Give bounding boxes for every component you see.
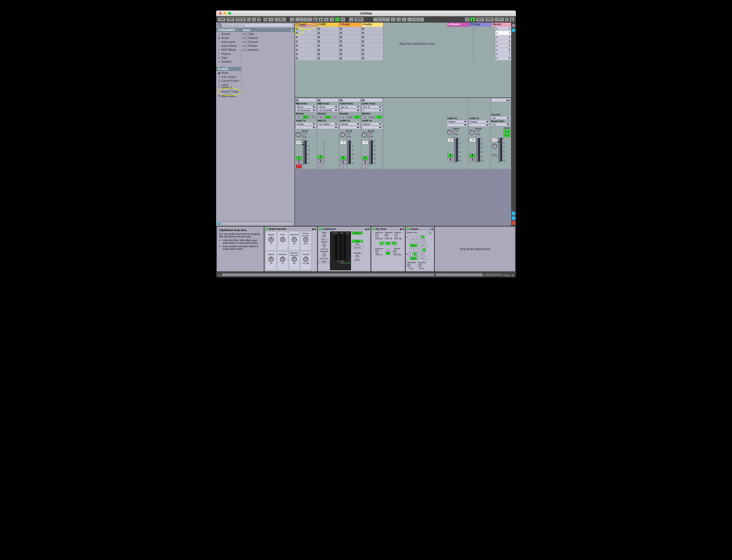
track-activator[interactable]: 1 — [296, 156, 302, 160]
volume-slider[interactable] — [476, 138, 477, 163]
category-audio-effects[interactable]: ∿Audio Effects — [216, 44, 241, 48]
return-track-header[interactable]: A Reverb — [448, 23, 470, 27]
pan-knob[interactable] — [469, 130, 474, 135]
automation-arm-icon[interactable]: ⟲ — [335, 17, 340, 22]
audio-to-sub-select[interactable] — [296, 126, 316, 129]
signature-num[interactable]: 4 — [257, 17, 261, 22]
midi-channel-select[interactable]: All Channels — [296, 109, 316, 112]
place-folder[interactable]: ▢drums 'n' loops — [216, 90, 241, 94]
audio-to-select[interactable]: Master — [469, 120, 490, 123]
monitor-in[interactable]: In — [296, 115, 302, 119]
folder-item[interactable]: ▸▢Samples — [241, 48, 294, 52]
pan-knob[interactable] — [362, 132, 367, 137]
solo-button[interactable]: S — [362, 160, 368, 164]
audio-to-select[interactable]: Master — [340, 122, 360, 126]
solo-button[interactable]: S — [340, 160, 346, 164]
session-view-icon[interactable] — [512, 24, 515, 27]
monitor-in[interactable]: In — [362, 115, 369, 119]
clip-slot[interactable] — [339, 27, 361, 31]
punch-out-icon[interactable]: ¬ — [402, 17, 406, 22]
device-power-icon[interactable] — [319, 228, 322, 230]
drop-fx-area[interactable]: Drop Audio Effects Here — [435, 227, 515, 271]
send-b-knob[interactable] — [475, 134, 479, 137]
quantize-select[interactable]: 1 Bar — [275, 17, 286, 22]
monitor-auto[interactable]: Auto — [369, 115, 376, 119]
cue-volume-knob[interactable] — [492, 144, 497, 149]
volume-display[interactable]: -Inf — [340, 140, 347, 145]
send-b-knob[interactable] — [301, 136, 305, 140]
clip-view-icon[interactable] — [512, 212, 515, 215]
volume-slider[interactable] — [303, 140, 304, 165]
gainlow-knob[interactable] — [375, 234, 379, 237]
loop-length[interactable]: 4 . 0 . 0 — [407, 17, 424, 22]
audio-to-select[interactable]: Master — [447, 120, 468, 123]
stop-icon[interactable]: ■ — [318, 17, 323, 22]
param-knob[interactable] — [292, 237, 297, 242]
midi-to-select[interactable]: No Output — [318, 122, 338, 126]
clip-slot[interactable] — [317, 52, 339, 56]
scene-launch[interactable]: ▶8 — [495, 56, 511, 60]
link-button[interactable]: Link — [218, 17, 226, 22]
overdub-icon[interactable]: + — [329, 17, 334, 22]
add-folder-button[interactable]: ⊕Add Folder... — [216, 94, 241, 98]
clip-slot[interactable] — [295, 44, 317, 48]
param-knob[interactable] — [268, 237, 274, 242]
session-record-icon[interactable]: ○ — [349, 17, 354, 22]
midi-to-sub-select[interactable] — [318, 126, 338, 129]
scene-launch[interactable]: ▶3 — [495, 35, 511, 39]
post-button[interactable]: Post — [504, 134, 510, 137]
monitor-in[interactable]: In — [340, 115, 347, 119]
send-b-knob[interactable] — [368, 136, 371, 140]
volume-display[interactable]: -6.35 — [491, 138, 498, 142]
clip-slot[interactable] — [361, 35, 383, 39]
clip-slot[interactable] — [361, 27, 383, 31]
post-button[interactable]: Post — [504, 130, 510, 133]
preview-icon[interactable]: ▶ — [217, 23, 221, 27]
param-knob[interactable] — [292, 257, 297, 262]
send-a-knob[interactable] — [453, 130, 456, 134]
clip-slot[interactable] — [317, 35, 339, 39]
audio-to-sub-select[interactable] — [362, 126, 383, 129]
nudge-up-icon[interactable]: ⦀ — [252, 17, 256, 22]
send-a-knob[interactable] — [475, 130, 479, 134]
metronome-icon[interactable]: ○• — [268, 17, 274, 22]
nudge-down-icon[interactable]: ⦀ — [247, 17, 251, 22]
clip-slot[interactable] — [361, 56, 383, 60]
track-activator[interactable]: A — [448, 154, 453, 157]
loop-start[interactable]: 3 . 1 . 1 — [373, 17, 390, 22]
tap-button[interactable]: TAP — [226, 17, 235, 22]
clip-slot[interactable] — [317, 31, 339, 35]
clip-slot[interactable] — [317, 44, 339, 48]
clip-slot[interactable] — [317, 48, 339, 52]
clip-slot[interactable] — [339, 44, 361, 48]
place-current-project[interactable]: ▢Current Project — [216, 79, 241, 83]
clip-slot[interactable] — [317, 27, 339, 31]
follow-icon[interactable]: →| — [290, 17, 294, 22]
draw-mode-icon[interactable]: ✎ — [465, 17, 470, 22]
sync-button[interactable]: Sync — [410, 257, 418, 260]
volume-slider[interactable] — [454, 138, 455, 163]
clip-slot[interactable] — [339, 39, 361, 44]
pan-knob[interactable] — [296, 132, 301, 137]
sync-button[interactable]: Sync — [410, 244, 418, 247]
tempo-field[interactable]: 120.00 — [235, 17, 246, 22]
master-track-header[interactable]: Master — [492, 23, 511, 27]
track-header[interactable]: 1 Bright Marimba — [295, 23, 317, 27]
send-b-knob[interactable] — [345, 136, 349, 140]
audio-channel-select[interactable]: 1 — [340, 109, 360, 112]
solo-button[interactable]: S — [296, 160, 302, 164]
volume-display[interactable]: -Inf — [447, 138, 454, 142]
category-drums[interactable]: ⊞Drums — [216, 36, 241, 40]
search-input[interactable] — [222, 23, 293, 27]
device-power-icon[interactable] — [372, 228, 375, 230]
send-a-knob[interactable] — [301, 132, 305, 136]
clip-slot[interactable] — [317, 56, 339, 60]
show-hide-icon[interactable]: ▲ — [218, 273, 221, 276]
clip-slot[interactable] — [361, 31, 383, 35]
computer-midi-icon[interactable]: ▮ — [470, 17, 475, 22]
folder-item[interactable]: ▸▢Grooves — [241, 40, 294, 44]
audio-to-select[interactable]: Master — [362, 122, 383, 126]
freqlow-knob[interactable] — [375, 250, 379, 253]
category-sounds[interactable]: ♪Sounds — [216, 32, 241, 36]
param-knob[interactable] — [280, 257, 285, 262]
